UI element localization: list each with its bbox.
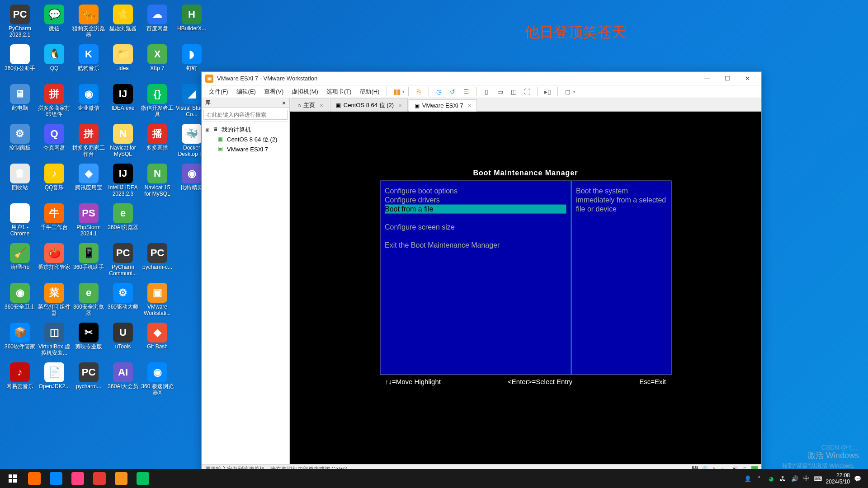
desktop-icon[interactable]: 牛千牛工作台 xyxy=(37,202,71,242)
desktop-icon[interactable]: ◉用户1 - Chrome xyxy=(3,202,37,242)
desktop-icon[interactable]: AI360AI大会员 xyxy=(106,361,140,401)
menu-file[interactable]: 文件(F) xyxy=(205,86,232,98)
tree-item-centos[interactable]: ▣CentOS 8 64 位 (2) xyxy=(203,135,288,145)
desktop-icon[interactable] xyxy=(140,202,175,242)
desktop-icon[interactable]: ◉360 极速浏览器X xyxy=(140,361,175,401)
taskbar-item[interactable] xyxy=(132,469,154,488)
desktop-icon[interactable]: NNavicat for MySQL xyxy=(106,123,140,163)
tray-network-icon[interactable]: 🖧 xyxy=(779,474,787,483)
taskbar-item[interactable] xyxy=(24,469,45,488)
desktop-icon[interactable]: Q360办公助手 xyxy=(3,43,37,83)
desktop-icon[interactable]: e360安全浏览器 xyxy=(71,282,106,322)
desktop-icon[interactable]: 🐆猎豹安全浏览器 xyxy=(71,4,106,43)
tray-people-icon[interactable]: 👤 xyxy=(744,474,752,483)
console-button[interactable]: ▸▯ xyxy=(542,86,553,97)
desktop-icon[interactable]: ⚙360驱动大师 xyxy=(106,282,140,322)
desktop-icon[interactable]: {}微信开发者工具 xyxy=(140,83,175,123)
tab[interactable]: ▣CentOS 8 64 位 (2)× xyxy=(330,99,408,112)
titlebar[interactable]: ▣ VMware ESXi 7 - VMware Workstation — ☐… xyxy=(202,72,761,85)
stretch-dropdown[interactable]: ▾ xyxy=(573,89,576,94)
tree-item-esxi[interactable]: ▣VMware ESXi 7 xyxy=(203,145,288,154)
view-multi-icon[interactable]: ▭ xyxy=(495,86,505,97)
taskbar-item[interactable] xyxy=(110,469,132,488)
desktop-icon[interactable]: 🐧QQ xyxy=(37,43,71,83)
desktop-icon[interactable]: XXftp 7 xyxy=(140,43,175,83)
stretch-button[interactable]: ◻ xyxy=(562,86,573,97)
bios-menu[interactable]: Configure boot optionsConfigure driversB… xyxy=(380,181,571,375)
desktop-icon[interactable]: 拼拼多多商家工作台 xyxy=(71,123,106,163)
start-button[interactable] xyxy=(2,469,24,488)
desktop-icon[interactable]: 💬微信 xyxy=(37,4,71,43)
desktop-icon[interactable]: 📦360软件管家 xyxy=(3,322,37,361)
desktop-icon[interactable]: 📱360手机助手 xyxy=(71,242,106,282)
tree-root[interactable]: ▣🖥我的计算机 xyxy=(203,125,288,135)
desktop-icon[interactable]: ✂剪映专业版 xyxy=(71,322,106,361)
menu-vm[interactable]: 虚拟机(M) xyxy=(288,86,322,98)
desktop-icon[interactable]: ⭐星愿浏览器 xyxy=(106,4,140,43)
view-unity-icon[interactable]: ◫ xyxy=(508,86,519,97)
desktop-icon[interactable]: ⚙控制面板 xyxy=(3,123,37,163)
tray-chevron-icon[interactable]: ˄ xyxy=(755,474,764,483)
view-fullscreen-icon[interactable]: ⛶ xyxy=(522,86,533,97)
bios-menu-item[interactable]: Configure drivers xyxy=(385,196,566,205)
desktop-icon[interactable]: IJIDEA.exe xyxy=(106,83,140,123)
tab[interactable]: ⌂主页× xyxy=(292,99,329,112)
view-single-icon[interactable]: ▯ xyxy=(481,86,492,97)
tray-notifications-icon[interactable]: 💬 xyxy=(854,474,862,483)
library-search-input[interactable] xyxy=(203,110,288,120)
desktop-icon[interactable]: ▣VMware Workstati... xyxy=(140,282,175,322)
desktop-icon[interactable]: K酷狗音乐 xyxy=(71,43,106,83)
tray-ime-mode-icon[interactable]: ⌨ xyxy=(814,474,822,483)
desktop-icon[interactable]: 拼拼多多商家打印组件 xyxy=(37,83,71,123)
desktop-icon[interactable]: 🧹清理Pro xyxy=(3,242,37,282)
bios-menu-item[interactable] xyxy=(385,232,566,241)
taskbar-item[interactable] xyxy=(89,469,110,488)
desktop-icon[interactable]: ♪网易云音乐 xyxy=(3,361,37,401)
desktop-icon[interactable]: PCPyCharm Communi... xyxy=(106,242,140,282)
tray-ime[interactable]: 中 xyxy=(802,474,811,483)
tab-close-icon[interactable]: × xyxy=(320,102,323,109)
bios-menu-item[interactable]: Exit the Boot Maintenance Manager xyxy=(385,241,566,250)
desktop-icon[interactable]: 播多多直播 xyxy=(140,123,175,163)
snapshot-take-icon[interactable]: ◷ xyxy=(434,86,444,97)
tray-volume-icon[interactable]: 🔊 xyxy=(791,474,799,483)
desktop-icon[interactable]: PSPhpStorm 2024.1 xyxy=(71,202,106,242)
vm-console[interactable]: Boot Maintenance Manager Configure boot … xyxy=(290,112,761,464)
desktop-icon[interactable]: PCpycharm-c... xyxy=(140,242,175,282)
desktop-icon[interactable]: PCpycharm... xyxy=(71,361,106,401)
desktop-icon[interactable]: HHBuilderX... xyxy=(175,4,209,43)
snapshot-button[interactable]: ⎘ xyxy=(413,86,424,97)
snapshot-manage-icon[interactable]: ☰ xyxy=(461,86,472,97)
tab[interactable]: ▣VMware ESXi 7× xyxy=(409,99,477,112)
desktop-icon[interactable]: ◉360安全卫士 xyxy=(3,282,37,322)
desktop-icon[interactable]: ♪QQ音乐 xyxy=(37,163,71,202)
desktop-icon[interactable]: ◆Git Bash xyxy=(140,322,175,361)
tray-wechat-icon[interactable]: ◕ xyxy=(767,474,775,483)
tray-clock[interactable]: 22:08 2024/5/10 xyxy=(826,472,850,485)
tab-close-icon[interactable]: × xyxy=(398,102,402,109)
desktop-icon[interactable]: Q夸克网盘 xyxy=(37,123,71,163)
desktop-icon[interactable]: 🍅番茄打印管家 xyxy=(37,242,71,282)
close-button[interactable]: ✕ xyxy=(737,72,758,85)
desktop-icon[interactable]: e360AI浏览器 xyxy=(106,202,140,242)
desktop-icon[interactable]: IJIntelliJ IDEA 2023.2.3 xyxy=(106,163,140,202)
desktop-icon[interactable]: ◆腾讯应用宝 xyxy=(71,163,106,202)
minimize-button[interactable]: — xyxy=(697,72,717,85)
taskbar-item[interactable] xyxy=(45,469,67,488)
power-dropdown[interactable]: ▾ xyxy=(402,89,405,94)
snapshot-revert-icon[interactable]: ↺ xyxy=(447,86,458,97)
menu-tabs[interactable]: 选项卡(T) xyxy=(323,86,355,98)
maximize-button[interactable]: ☐ xyxy=(717,72,737,85)
bios-menu-item[interactable]: Boot from a file xyxy=(385,205,566,214)
desktop-icon[interactable]: 菜菜鸟打印组件器 xyxy=(37,282,71,322)
desktop-icon[interactable]: PCPyCharm 2023.2.1 xyxy=(3,4,37,43)
bios-menu-item[interactable]: Configure screen size xyxy=(385,223,566,232)
taskbar-item[interactable] xyxy=(67,469,89,488)
desktop-icon[interactable]: 📄OpenJDK2... xyxy=(37,361,71,401)
desktop-icon[interactable]: ◉企业微信 xyxy=(71,83,106,123)
pause-button[interactable]: ▮▮ xyxy=(392,86,402,97)
menu-help[interactable]: 帮助(H) xyxy=(356,86,383,98)
desktop-icon[interactable]: NNavicat 15 for MySQL xyxy=(140,163,175,202)
desktop-icon[interactable]: 🖥此电脑 xyxy=(3,83,37,123)
desktop-icon[interactable]: ☁百度网盘 xyxy=(140,4,175,43)
